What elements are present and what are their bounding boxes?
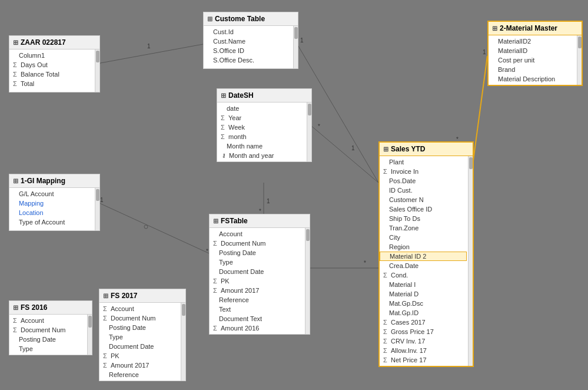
field-row: Material I — [380, 280, 467, 289]
svg-text:1: 1 — [267, 198, 270, 204]
field-row: City — [380, 233, 467, 242]
field-row: Allow.Inv. 17 — [380, 346, 467, 355]
field-row: Document Date — [99, 342, 180, 351]
datesh-body: date Year Week month Month name ⚷Month a… — [217, 103, 311, 161]
field-row: Cust.Id — [204, 27, 292, 37]
material-table: ⊞ 2-Material Master MaterialID2 Material… — [487, 21, 583, 86]
field-row: Cost per unit — [489, 55, 576, 65]
field-row: Week — [217, 123, 305, 132]
fstable-header: ⊞ FSTable — [210, 214, 310, 228]
custome-table: ⊞ Custome Table Cust.Id Cust.Name S.Offi… — [203, 12, 298, 69]
field-row: Year — [217, 113, 305, 123]
field-row: Mat.Gp.Dsc — [380, 299, 467, 308]
field-row: Month name — [217, 141, 305, 151]
svg-text:1: 1 — [483, 49, 486, 55]
field-row: PK — [210, 276, 304, 286]
field-row: Document Date — [210, 267, 304, 276]
field-row: Posting Date — [210, 248, 304, 257]
field-row: Cust.Name — [204, 37, 292, 46]
field-row: month — [217, 132, 305, 141]
table-icon: ⊞ — [13, 39, 18, 47]
datesh-header: ⊞ DateSH — [217, 89, 311, 103]
svg-line-13 — [473, 56, 487, 165]
field-row-month-year: ⚷Month and year — [217, 151, 305, 160]
field-row: Account — [210, 229, 304, 239]
field-row: Brand — [489, 65, 576, 74]
field-row: G/L Account — [9, 189, 94, 199]
sales-header: ⊞ Sales YTD — [380, 143, 473, 156]
field-row: Ship To Ds — [380, 214, 467, 223]
field-row: Crea.Date — [380, 261, 467, 270]
field-row: CRV Inv. 17 — [380, 336, 467, 346]
field-row: Posting Date — [99, 323, 180, 332]
field-row: Amount 2017 — [210, 286, 304, 295]
fstable-table: ⊞ FSTable Account Document Num Posting D… — [209, 214, 310, 335]
svg-text:*: * — [206, 248, 208, 255]
field-row: Tran.Zone — [380, 223, 467, 233]
field-row: Reference — [99, 370, 180, 379]
field-row: Posting Date — [9, 335, 86, 344]
fs2017-header: ⊞ FS 2017 — [99, 289, 185, 303]
svg-text:1: 1 — [147, 43, 151, 49]
field-row: Column1 — [9, 51, 94, 60]
datesh-table: ⊞ DateSH date Year Week month Month name… — [217, 88, 312, 162]
fs2016-table: ⊞ FS 2016 Account Document Num Posting D… — [9, 300, 92, 355]
material-header: ⊞ 2-Material Master — [489, 22, 582, 35]
field-row: Account — [9, 316, 86, 325]
field-row: Region — [380, 242, 467, 252]
field-row-material-id2: Material ID 2 — [380, 252, 467, 261]
field-row: Type — [99, 332, 180, 342]
field-row: Gross Price 17 — [380, 327, 467, 336]
field-row: Days Out — [9, 60, 94, 70]
field-row: Plant — [380, 157, 467, 167]
field-row: Mat.Gp.ID — [380, 308, 467, 318]
material-body: MaterialID2 MaterialID Cost per unit Bra… — [489, 35, 582, 85]
fs2016-body: Account Document Num Posting Date Type — [9, 315, 92, 355]
field-row: Text — [210, 305, 304, 314]
field-row: Amount 2016 — [210, 323, 304, 333]
field-row: Material Description — [489, 74, 576, 84]
fstable-body: Account Document Num Posting Date Type D… — [210, 228, 310, 334]
gi-header: ⊞ 1-GI Mapping — [9, 174, 99, 188]
field-row: Location — [9, 208, 94, 217]
field-row: Account — [99, 304, 180, 313]
field-row: Sales Office ID — [380, 204, 467, 214]
field-row: Type — [9, 344, 86, 353]
svg-text:1: 1 — [351, 145, 355, 151]
gi-mapping-table: ⊞ 1-GI Mapping G/L Account Mapping Locat… — [9, 174, 100, 231]
fs2017-table: ⊞ FS 2017 Account Document Num Posting D… — [99, 289, 186, 381]
field-row: MaterialID — [489, 46, 576, 55]
field-row: Material D — [380, 289, 467, 299]
field-row: date — [217, 104, 305, 113]
field-row: Cases 2017 — [380, 318, 467, 327]
field-row: Mapping — [9, 199, 94, 208]
field-row: Type of Account — [9, 217, 94, 227]
custome-header: ⊞ Custome Table — [204, 12, 298, 26]
field-row: Net Price 17 — [380, 355, 467, 365]
field-row: Pos.Date — [380, 176, 467, 186]
fs2016-header: ⊞ FS 2016 — [9, 301, 92, 315]
field-row: Reference — [210, 295, 304, 305]
field-row: Invoice In — [380, 167, 467, 176]
field-row: Customer N — [380, 195, 467, 204]
fs2017-body: Account Document Num Posting Date Type D… — [99, 303, 185, 381]
field-row: Amount 2017 — [99, 361, 180, 370]
svg-text:1: 1 — [300, 37, 304, 44]
field-row: Total — [9, 79, 94, 88]
svg-text:*: * — [364, 260, 366, 266]
svg-text:1: 1 — [100, 197, 104, 203]
field-row: Document Num — [210, 239, 304, 248]
svg-line-6 — [311, 125, 378, 183]
sales-body: Plant Invoice In Pos.Date ID Cust. Custo… — [380, 156, 473, 366]
svg-text:*: * — [318, 123, 320, 130]
svg-point-11 — [144, 225, 148, 229]
field-row: PK — [99, 351, 180, 361]
gi-body: G/L Account Mapping Location Type of Acc… — [9, 188, 99, 230]
field-row: S.Office Desc. — [204, 55, 292, 65]
field-row: Balance Total — [9, 70, 94, 79]
custome-body: Cust.Id Cust.Name S.Office ID S.Office D… — [204, 26, 298, 68]
field-row: Document Num — [9, 325, 86, 335]
svg-line-0 — [97, 44, 203, 64]
zaar-table: ⊞ ZAAR 022817 Column1 Days Out Balance T… — [9, 35, 100, 92]
zaar-body: Column1 Days Out Balance Total Total — [9, 49, 99, 92]
